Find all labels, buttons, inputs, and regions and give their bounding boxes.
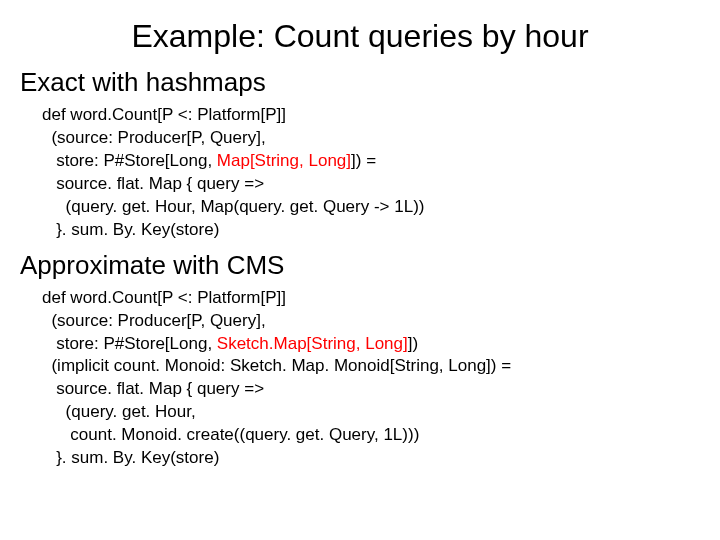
- slide-title: Example: Count queries by hour: [20, 18, 700, 55]
- code-highlight: Map[String, Long]: [217, 151, 351, 170]
- code-line: (source: Producer[P, Query],: [42, 311, 266, 330]
- slide: Example: Count queries by hour Exact wit…: [0, 0, 720, 540]
- code-line: store: P#Store[Long,: [42, 151, 217, 170]
- code-block-approx: def word.Count[P <: Platform[P]] (source…: [42, 287, 700, 471]
- code-line: def word.Count[P <: Platform[P]]: [42, 105, 286, 124]
- code-line: (source: Producer[P, Query],: [42, 128, 266, 147]
- code-block-exact: def word.Count[P <: Platform[P]] (source…: [42, 104, 700, 242]
- section-heading-approx: Approximate with CMS: [20, 250, 700, 281]
- code-line: }. sum. By. Key(store): [42, 220, 219, 239]
- code-line: count. Monoid. create((query. get. Query…: [42, 425, 419, 444]
- code-line: (query. get. Hour,: [42, 402, 196, 421]
- code-line: ]): [408, 334, 418, 353]
- section-heading-exact: Exact with hashmaps: [20, 67, 700, 98]
- code-line: source. flat. Map { query =>: [42, 379, 264, 398]
- code-line: (query. get. Hour, Map(query. get. Query…: [42, 197, 425, 216]
- code-line: source. flat. Map { query =>: [42, 174, 264, 193]
- code-line: }. sum. By. Key(store): [42, 448, 219, 467]
- code-line: ]) =: [351, 151, 376, 170]
- code-line: def word.Count[P <: Platform[P]]: [42, 288, 286, 307]
- code-line: store: P#Store[Long,: [42, 334, 217, 353]
- code-highlight: Sketch.Map[String, Long]: [217, 334, 408, 353]
- code-line: (implicit count. Monoid: Sketch. Map. Mo…: [42, 356, 511, 375]
